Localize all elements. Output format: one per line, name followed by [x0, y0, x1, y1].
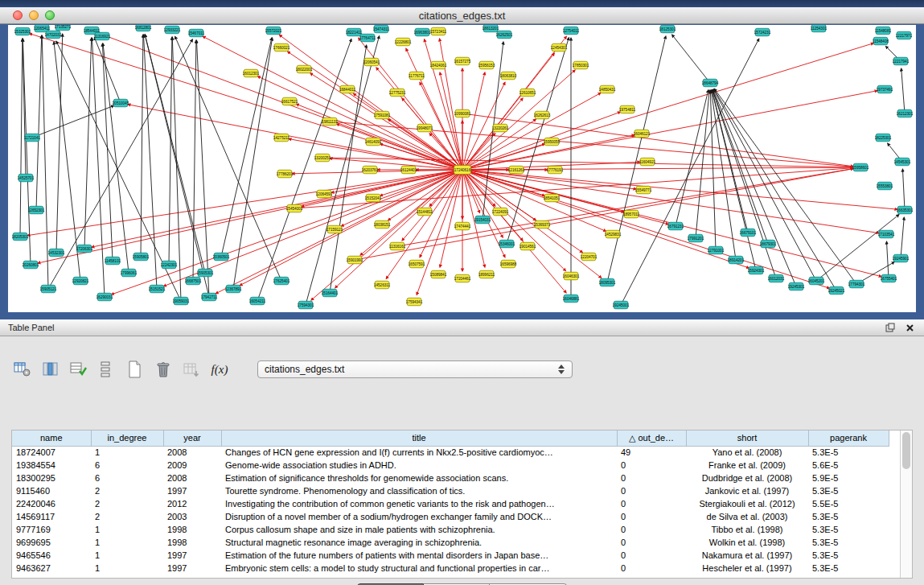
column-header-name[interactable]: name — [12, 431, 91, 446]
table-cell[interactable]: Structural magnetic resonance image aver… — [221, 536, 617, 549]
network-node[interactable]: 14525701 — [18, 174, 35, 182]
network-node[interactable]: 15924301 — [748, 266, 765, 274]
network-edge[interactable] — [94, 37, 120, 101]
network-node[interactable]: 11604921 — [639, 158, 656, 166]
network-node[interactable]: 17591081 — [374, 111, 391, 119]
network-node[interactable]: 14850431 — [599, 85, 616, 93]
new-table-icon[interactable] — [125, 360, 145, 379]
network-node[interactable]: 17594301 — [298, 301, 314, 309]
network-node[interactable]: 17764711 — [359, 34, 376, 42]
network-node[interactable]: 17159121 — [326, 225, 343, 233]
network-node[interactable]: 14545301 — [894, 158, 911, 166]
network-node[interactable]: 16157275 — [454, 57, 471, 65]
network-edge[interactable] — [36, 35, 42, 208]
table-cell[interactable]: 18300295 — [12, 472, 91, 484]
network-node[interactable]: 19014561 — [519, 242, 536, 250]
network-edge[interactable] — [145, 35, 208, 295]
table-cell[interactable]: 1998 — [163, 523, 221, 536]
network-node[interactable]: 16596988 — [500, 260, 517, 268]
network-node[interactable]: 12217941 — [893, 57, 910, 65]
network-node[interactable]: 18679301 — [760, 240, 777, 248]
network-node[interactable]: 15901991 — [347, 256, 363, 264]
table-source-dropdown[interactable]: citations_edges.txt — [257, 360, 573, 378]
network-node[interactable]: 16262613 — [534, 111, 551, 119]
table-header-row[interactable]: namein_degreeyeartitle△ out_de…shortpage… — [12, 431, 901, 446]
table-options-icon[interactable] — [13, 360, 32, 379]
network-edge[interactable] — [464, 98, 523, 168]
network-node[interactable]: 12754011 — [563, 27, 580, 35]
table-cell[interactable]: Tourette syndrome. Phenomenology and cla… — [221, 484, 617, 497]
table-cell[interactable]: 0 — [617, 536, 686, 549]
network-node[interactable]: 19737491 — [877, 85, 893, 93]
table-cell[interactable]: 5.3E-5 — [808, 510, 889, 523]
table-vertical-scrollbar[interactable] — [900, 431, 912, 578]
table-cell[interactable]: 1 — [91, 549, 163, 562]
table-cell[interactable]: 49 — [617, 446, 686, 459]
network-node[interactable]: 18225301 — [875, 134, 892, 142]
network-node[interactable]: 16812801 — [135, 25, 152, 31]
table-cell[interactable]: 0 — [617, 523, 686, 536]
network-canvas[interactable]: 1724061616157275159561531806381012610651… — [8, 25, 916, 312]
column-header-out_de[interactable]: △ out_de… — [617, 431, 686, 446]
network-node[interactable]: 12367891 — [225, 285, 242, 293]
table-cell[interactable]: Yano et al. (2008) — [686, 446, 808, 459]
table-cell[interactable]: 9465546 — [12, 549, 91, 562]
table-cell[interactable]: 0 — [617, 484, 686, 497]
table-panel-header[interactable]: Table Panel — [0, 319, 924, 336]
table-row[interactable]: 1456911722003Disruption of a novel membe… — [12, 510, 901, 523]
network-node[interactable]: 18205301 — [12, 233, 29, 241]
network-node[interactable]: 20510045 — [113, 99, 129, 107]
network-node[interactable]: 11548081 — [875, 27, 892, 35]
network-node[interactable]: 12920821 — [72, 277, 89, 285]
network-edge[interactable] — [901, 68, 905, 111]
table-cell[interactable]: 1 — [91, 523, 163, 536]
table-cell[interactable]: 2003 — [163, 510, 221, 523]
table-cell[interactable]: 14569117 — [12, 510, 91, 523]
network-node[interactable]: 17625401 — [273, 277, 290, 285]
table-cell[interactable]: Investigating the contribution of common… — [221, 497, 617, 510]
network-node[interactable]: 12217971 — [896, 31, 913, 39]
table-cell[interactable]: Embryonic stem cells: a model to study s… — [221, 562, 617, 575]
network-node[interactable]: 15325301 — [14, 27, 31, 35]
table-cell[interactable]: 5.3E-5 — [808, 549, 889, 562]
network-node[interactable]: 16635301 — [897, 206, 914, 214]
table-cell[interactable]: Hescheler et al. (1997) — [686, 562, 808, 575]
network-node[interactable]: 17776191 — [547, 166, 564, 174]
table-cell[interactable]: 1 — [91, 446, 163, 459]
network-node[interactable]: 15474311 — [373, 25, 390, 33]
network-node[interactable]: 15454001 — [286, 204, 303, 212]
network-edge[interactable] — [902, 169, 904, 208]
network-node[interactable]: 18424061 — [430, 61, 447, 69]
table-cell[interactable]: 5.3E-5 — [808, 562, 889, 575]
network-node[interactable]: 15958601 — [852, 163, 869, 171]
network-node[interactable]: 14702031 — [45, 31, 62, 39]
network-node[interactable]: 11316921 — [94, 32, 111, 40]
table-cell[interactable]: 1 — [91, 562, 163, 575]
network-node[interactable]: 11254301 — [811, 25, 827, 32]
table-cell[interactable]: 2 — [91, 484, 163, 497]
network-node[interactable]: 15144811 — [417, 208, 433, 216]
network-node[interactable]: 14614091 — [365, 138, 382, 146]
row-height-icon[interactable] — [97, 360, 117, 379]
network-node[interactable]: 15572021 — [265, 27, 282, 35]
network-node[interactable]: 16054211 — [249, 297, 266, 305]
network-node[interactable]: 16045201 — [808, 277, 825, 285]
table-row[interactable]: 1938455462009Genome-wide association stu… — [12, 459, 901, 472]
table-cell[interactable]: 2008 — [163, 472, 221, 484]
network-edge[interactable] — [196, 40, 208, 295]
network-node[interactable]: 15724231 — [754, 28, 771, 36]
column-visibility-icon[interactable] — [41, 360, 60, 379]
network-node[interactable]: 15089841 — [430, 270, 447, 278]
delete-table-icon[interactable] — [154, 360, 173, 379]
network-edge[interactable] — [332, 122, 853, 167]
network-node[interactable]: 18063810 — [500, 72, 517, 80]
network-node[interactable]: 12775231 — [389, 89, 406, 97]
network-node[interactable]: 18095301 — [599, 278, 616, 286]
network-edge[interactable] — [465, 91, 877, 170]
column-header-title[interactable]: title — [221, 431, 617, 446]
table-cell[interactable]: Tibbo et al. (1998) — [686, 523, 808, 536]
network-node[interactable]: 11458101 — [105, 257, 121, 265]
zoom-window-icon[interactable] — [45, 10, 55, 20]
table-cell[interactable]: Nakamura et al. (1997) — [686, 549, 808, 562]
table-cell[interactable]: 1997 — [163, 562, 221, 575]
